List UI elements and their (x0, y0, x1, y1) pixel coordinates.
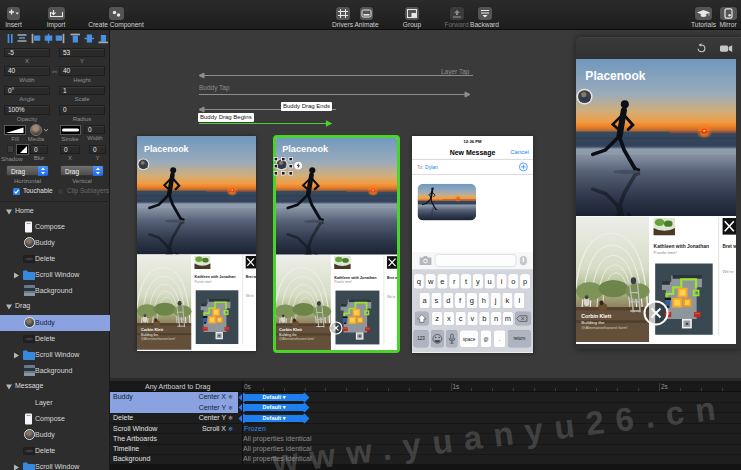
svg-text:q: q (416, 277, 420, 286)
svg-text:123: 123 (417, 336, 425, 341)
svg-text:m: m (505, 314, 511, 323)
svg-text:x: x (447, 314, 451, 323)
svg-text:Cancel: Cancel (510, 149, 529, 155)
svg-text:j: j (494, 296, 497, 305)
svg-text:space: space (462, 337, 475, 342)
svg-text:d: d (446, 296, 450, 305)
svg-text:s: s (434, 296, 438, 305)
svg-text:w: w (427, 277, 434, 286)
svg-text:Dylan: Dylan (425, 164, 438, 170)
svg-text:New Message: New Message (449, 149, 495, 157)
svg-text:@: @ (483, 336, 488, 342)
svg-text:v: v (470, 314, 474, 323)
svg-text:g: g (470, 296, 474, 305)
svg-text:k: k (505, 296, 509, 305)
svg-text:u: u (487, 277, 491, 286)
svg-text:return: return (513, 336, 525, 341)
svg-text:z: z (435, 314, 439, 323)
svg-text:b: b (482, 314, 486, 323)
svg-text:e: e (440, 277, 444, 286)
svg-text:h: h (481, 296, 485, 305)
svg-text:o: o (511, 277, 515, 286)
svg-text:c: c (459, 314, 463, 323)
svg-text:n: n (494, 314, 498, 323)
svg-text:y: y (476, 277, 480, 286)
svg-text:To:: To: (417, 164, 424, 170)
svg-text:p: p (523, 277, 527, 286)
svg-text:12:36 PM: 12:36 PM (463, 139, 482, 144)
